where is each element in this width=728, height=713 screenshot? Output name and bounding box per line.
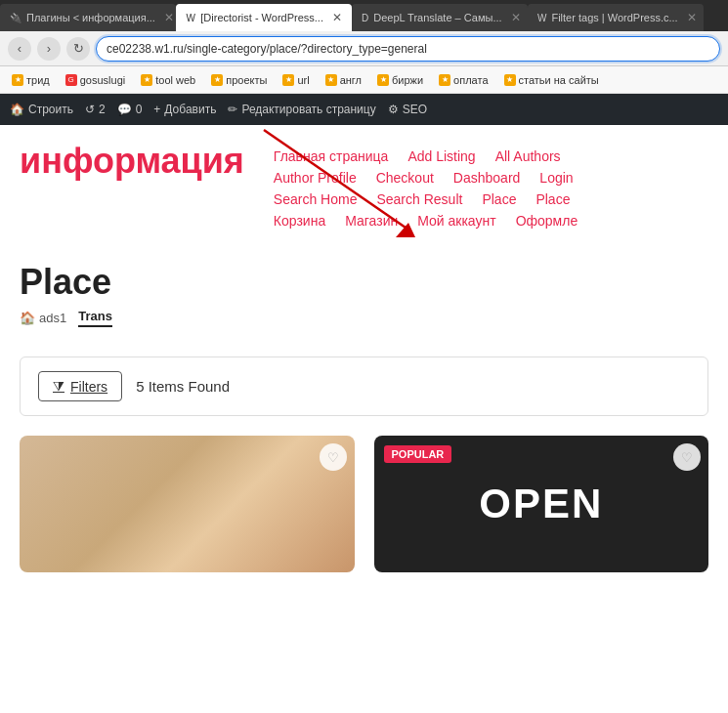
wp-admin-comments[interactable]: 💬 0 [117,103,143,116]
wp-pencil-icon: ✏ [228,103,237,116]
forward-button[interactable]: › [37,37,61,61]
breadcrumb-trans[interactable]: Trans [78,309,112,327]
bookmark-favicon-angl: ★ [325,74,337,86]
site-brand-container: информация [20,141,244,182]
wp-refresh-count: 2 [99,103,106,116]
main-layout: 🔌 Плагины < информация... ✕ W [Directori… [0,0,728,592]
bookmark-favicon-oplata: ★ [439,74,450,86]
bookmark-stati[interactable]: ★ статьи на сайты [498,72,605,88]
breadcrumb-ads1-label: ads1 [39,311,66,325]
browser-tabs: 🔌 Плагины < информация... ✕ W [Directori… [0,0,728,31]
bookmark-favicon-trid: ★ [12,74,23,86]
nav-dashboard[interactable]: Dashboard [453,170,521,186]
nav-glavnaya[interactable]: Главная страница [274,148,389,164]
nav-row-4: Корзина Магазин Мой аккаунт Оформле [274,213,578,229]
filters-label: Filters [70,379,107,395]
card-grid: ♡ OPEN POPULAR ♡ [0,436,728,592]
listing-card-1[interactable]: ♡ [20,436,355,572]
nav-search-home[interactable]: Search Home [274,191,358,207]
home-icon: 🏠 [20,311,35,325]
bookmarks-bar: ★ трид G gosuslugi ★ tool web ★ проекты … [0,66,728,94]
wp-gear-icon: ⚙ [388,103,399,116]
bookmark-label-trid: трид [26,74,50,86]
filter-icon: ⧩ [53,378,64,395]
nav-my-account[interactable]: Мой аккаунт [417,213,495,229]
nav-search-result[interactable]: Search Result [376,191,462,207]
page-title-section: Place 🏠 ads1 Trans [0,242,728,337]
nav-row-1: Главная страница Add Listing All Authors [274,148,578,164]
wp-admin-build[interactable]: 🏠 Строить [10,103,73,116]
nav-row-2: Author Profile Checkout Dashboard Login [274,170,578,186]
wp-admin-add[interactable]: + Добавить [153,103,216,116]
wp-home-icon: 🏠 [10,103,24,116]
address-bar[interactable] [96,36,720,62]
tab-label-2: [Directorist - WordPress... [200,12,323,23]
bookmark-url[interactable]: ★ url [277,72,315,88]
wp-comment-icon: 💬 [117,103,132,116]
tab-favicon-2: W [186,11,195,24]
wp-admin-edit-page[interactable]: ✏ Редактировать страницу [228,103,375,116]
wp-refresh-icon: ↺ [85,103,95,116]
nav-all-authors[interactable]: All Authors [495,148,561,164]
bookmark-toolweb[interactable]: ★ tool web [135,72,201,88]
breadcrumb-ads1[interactable]: 🏠 ads1 [20,311,66,325]
tab-favicon-1: 🔌 [10,11,21,24]
favorite-button-2[interactable]: ♡ [673,443,701,471]
filters-button[interactable]: ⧩ Filters [38,371,122,401]
nav-author-profile[interactable]: Author Profile [274,170,357,186]
bookmark-oplata[interactable]: ★ оплата [433,72,493,88]
wp-plus-icon: + [153,103,160,116]
bookmark-birzhi[interactable]: ★ биржи [371,72,429,88]
bookmark-label-proekty: проекты [226,74,267,86]
nav-place-1[interactable]: Place [482,191,516,207]
nav-place-2[interactable]: Place [535,191,570,207]
bookmark-label-angl: англ [340,74,362,86]
bookmark-proekty[interactable]: ★ проекты [205,72,273,88]
nav-checkout[interactable]: Checkout [376,170,434,186]
bookmark-label-url: url [297,74,309,86]
tab-label-3: DeepL Translate – Самы... [373,12,501,23]
nav-add-listing[interactable]: Add Listing [407,148,475,164]
wp-admin-seo[interactable]: ⚙ SEO [388,103,427,116]
bookmark-gosuslugi[interactable]: G gosuslugi [60,72,131,88]
nav-magazin[interactable]: Магазин [345,213,398,229]
bookmark-favicon-url: ★ [282,74,294,86]
tab-close-2[interactable]: ✕ [332,11,342,24]
bookmark-label-toolweb: tool web [155,74,195,86]
bookmark-label-stati: статьи на сайты [519,74,599,86]
nav-korzina[interactable]: Корзина [274,213,325,229]
tab-favicon-4: W [537,11,546,24]
wp-admin-refresh[interactable]: ↺ 2 [85,103,106,116]
tab-close-1[interactable]: ✕ [164,11,174,24]
bookmark-favicon-toolweb: ★ [141,74,152,86]
nav-area: информация Главная страница Add Listing … [0,125,728,242]
filter-section: ⧩ Filters 5 Items Found [0,337,728,436]
bookmark-trid[interactable]: ★ трид [6,72,56,88]
wp-seo-label: SEO [403,103,427,116]
bookmark-angl[interactable]: ★ англ [320,72,367,88]
wp-edit-label: Редактировать страницу [241,103,375,116]
tab-label-4: Filter tags | WordPress.c... [551,12,677,23]
card-image-1 [20,436,355,572]
nav-login[interactable]: Login [539,170,573,186]
listing-card-2[interactable]: OPEN POPULAR ♡ [374,436,709,572]
tab-favicon-3: D [362,11,368,24]
site-brand: информация [20,141,244,181]
wp-admin-bar: 🏠 Строить ↺ 2 💬 0 + Добавить ✏ Редактиро… [0,94,728,125]
page-content: информация Главная страница Add Listing … [0,125,728,592]
tab-directorist[interactable]: W [Directorist - WordPress... ✕ [176,4,352,31]
tab-deepl[interactable]: D DeepL Translate – Самы... ✕ [352,4,528,31]
tab-filter[interactable]: W Filter tags | WordPress.c... ✕ [528,4,704,31]
tab-plugins[interactable]: 🔌 Плагины < информация... ✕ [0,4,176,31]
nav-menu: Главная страница Add Listing All Authors… [274,141,578,236]
back-button[interactable]: ‹ [8,37,31,61]
browser-toolbar: ‹ › ↻ [0,31,728,66]
tab-close-3[interactable]: ✕ [511,11,521,24]
tab-close-4[interactable]: ✕ [687,11,697,24]
wp-add-label: Добавить [164,103,216,116]
nav-oformle[interactable]: Оформле [516,213,578,229]
open-sign-text: OPEN [479,481,603,527]
wp-build-label: Строить [28,103,73,116]
reload-button[interactable]: ↻ [66,37,90,61]
favorite-button-1[interactable]: ♡ [320,443,347,471]
